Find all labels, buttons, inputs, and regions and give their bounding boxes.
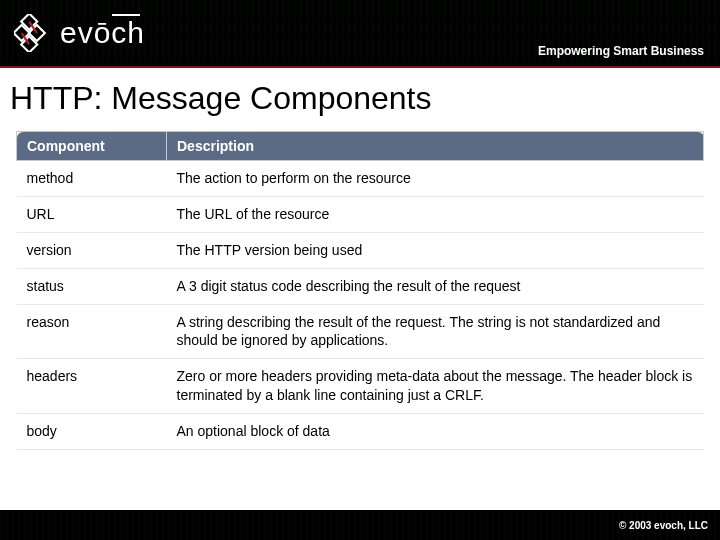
cell-component: headers: [17, 359, 167, 414]
footer-background: [0, 510, 720, 540]
table-row: reason A string describing the result of…: [17, 304, 704, 359]
cell-component: status: [17, 268, 167, 304]
cell-description: A 3 digit status code describing the res…: [167, 268, 704, 304]
cell-component: version: [17, 232, 167, 268]
cell-description: The HTTP version being used: [167, 232, 704, 268]
slide-title: HTTP: Message Components: [0, 68, 720, 131]
cell-component: method: [17, 161, 167, 197]
logo-icon: [14, 14, 52, 52]
table-row: status A 3 digit status code describing …: [17, 268, 704, 304]
cell-description: Zero or more headers providing meta-data…: [167, 359, 704, 414]
components-table: Component Description method The action …: [16, 131, 704, 450]
brand-name: evōch: [60, 16, 145, 50]
slide-header: evōch Empowering Smart Business: [0, 0, 720, 68]
cell-description: An optional block of data: [167, 414, 704, 450]
copyright-text: © 2003 evoch, LLC: [619, 520, 708, 531]
cell-description: A string describing the result of the re…: [167, 304, 704, 359]
table-row: headers Zero or more headers providing m…: [17, 359, 704, 414]
brand-logo: evōch: [0, 14, 145, 52]
cell-component: URL: [17, 196, 167, 232]
table-header-row: Component Description: [17, 132, 704, 161]
table-row: version The HTTP version being used: [17, 232, 704, 268]
cell-description: The URL of the resource: [167, 196, 704, 232]
col-header-component: Component: [17, 132, 167, 161]
cell-description: The action to perform on the resource: [167, 161, 704, 197]
cell-component: body: [17, 414, 167, 450]
table-row: URL The URL of the resource: [17, 196, 704, 232]
cell-component: reason: [17, 304, 167, 359]
table-row: method The action to perform on the reso…: [17, 161, 704, 197]
brand-tagline: Empowering Smart Business: [538, 44, 704, 58]
col-header-description: Description: [167, 132, 704, 161]
slide-footer: © 2003 evoch, LLC: [0, 510, 720, 540]
table-row: body An optional block of data: [17, 414, 704, 450]
